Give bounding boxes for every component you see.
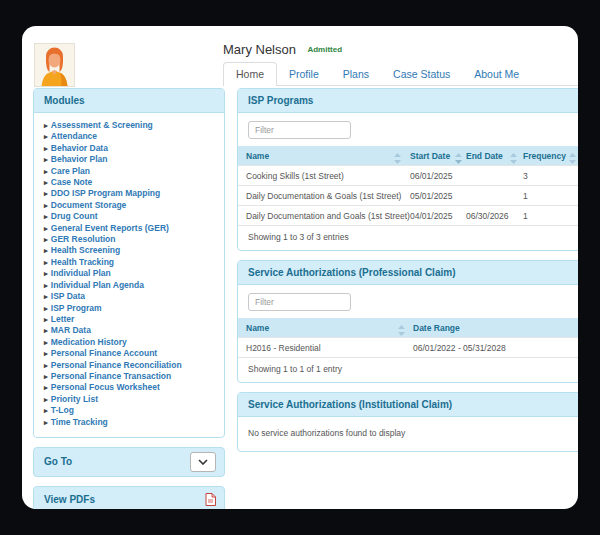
module-label[interactable]: Medication History [51, 337, 127, 347]
sidebar-module-link[interactable]: ▸Health Tracking [44, 257, 214, 268]
sidebar-module-link[interactable]: ▸Priority List [44, 394, 214, 405]
column-header-frequency[interactable]: Frequency [523, 151, 566, 161]
module-label[interactable]: Drug Count [51, 211, 98, 221]
module-label[interactable]: GER Resolution [51, 234, 116, 244]
sidebar-module-link[interactable]: ▸General Event Reports (GER) [44, 223, 214, 234]
module-label[interactable]: Personal Finance Reconciliation [51, 360, 182, 370]
service-auth-institutional-title: Service Authorizations (Institutional Cl… [238, 393, 578, 417]
isp-filter-input[interactable] [248, 121, 351, 139]
sidebar-module-link[interactable]: ▸Individual Plan Agenda [44, 280, 214, 291]
sidebar-module-link[interactable]: ▸Individual Plan [44, 268, 214, 279]
triangle-bullet-icon: ▸ [44, 144, 48, 153]
triangle-bullet-icon: ▸ [44, 132, 48, 141]
professional-table-summary: Showing 1 to 1 of 1 entry [238, 357, 578, 382]
tab-case-status[interactable]: Case Status [381, 63, 462, 85]
module-label[interactable]: Personal Finance Transaction [51, 371, 171, 381]
column-header-name[interactable]: Name [246, 151, 269, 161]
module-label[interactable]: Health Screening [51, 245, 120, 255]
sidebar-module-link[interactable]: ▸ISP Program [44, 303, 214, 314]
module-label[interactable]: MAR Data [51, 325, 91, 335]
professional-table-header: Name Date Range [238, 318, 578, 337]
professional-filter-input[interactable] [248, 293, 351, 311]
sidebar-module-link[interactable]: ▸Personal Finance Reconciliation [44, 360, 214, 371]
sidebar-module-link[interactable]: ▸MAR Data [44, 325, 214, 336]
module-label[interactable]: Time Tracking [51, 417, 108, 427]
module-label[interactable]: DDO ISP Program Mapping [51, 188, 160, 198]
module-label[interactable]: General Event Reports (GER) [51, 223, 169, 233]
cell-end-date: 06/30/2026 [466, 211, 509, 221]
module-label[interactable]: Document Storage [51, 200, 127, 210]
sidebar-module-link[interactable]: ▸Personal Focus Worksheet [44, 382, 214, 393]
sidebar-module-link[interactable]: ▸Medication History [44, 337, 214, 348]
view-pdfs-panel: View PDFs [33, 486, 225, 509]
isp-programs-title: ISP Programs [238, 89, 578, 113]
tab-plans[interactable]: Plans [331, 63, 381, 85]
cell-date-range: 06/01/2022 - 05/31/2028 [413, 343, 506, 353]
module-label[interactable]: Behavior Data [51, 143, 108, 153]
sidebar-module-link[interactable]: ▸Time Tracking [44, 417, 214, 428]
cell-name: Daily Documentation and Goals (1st Stree… [246, 211, 410, 221]
module-label[interactable]: Attendance [51, 131, 97, 141]
sidebar-module-link[interactable]: ▸GER Resolution [44, 234, 214, 245]
professional-table-body: H2016 - Residential 06/01/2022 - 05/31/2… [238, 337, 578, 357]
module-label[interactable]: Individual Plan [51, 268, 111, 278]
goto-dropdown-button[interactable] [190, 452, 216, 472]
table-row[interactable]: Daily Documentation & Goals (1st Street)… [238, 185, 578, 205]
triangle-bullet-icon: ▸ [44, 224, 48, 233]
sidebar-module-link[interactable]: ▸Attendance [44, 131, 214, 142]
tab-about-me[interactable]: About Me [462, 63, 531, 85]
table-row[interactable]: H2016 - Residential 06/01/2022 - 05/31/2… [238, 337, 578, 357]
sidebar-module-link[interactable]: ▸Behavior Data [44, 143, 214, 154]
tab-profile[interactable]: Profile [277, 63, 331, 85]
sidebar-module-link[interactable]: ▸Document Storage [44, 200, 214, 211]
column-header-end-date[interactable]: End Date [466, 151, 503, 161]
sidebar-module-link[interactable]: ▸ISP Data [44, 291, 214, 302]
sidebar-module-link[interactable]: ▸Personal Finance Transaction [44, 371, 214, 382]
sidebar-module-link[interactable]: ▸Drug Count [44, 211, 214, 222]
column-header-date-range[interactable]: Date Range [413, 323, 460, 333]
module-label[interactable]: Care Plan [51, 166, 90, 176]
sidebar-module-link[interactable]: ▸Letter [44, 314, 214, 325]
module-label[interactable]: Case Note [51, 177, 93, 187]
sidebar-module-link[interactable]: ▸Assessment & Screening [44, 120, 214, 131]
modules-panel-title: Modules [34, 89, 224, 113]
sidebar-module-link[interactable]: ▸Behavior Plan [44, 154, 214, 165]
sidebar-module-link[interactable]: ▸Care Plan [44, 166, 214, 177]
pdf-icon[interactable] [205, 493, 216, 506]
empty-message: No service authorizations found to displ… [238, 417, 578, 451]
triangle-bullet-icon: ▸ [44, 315, 48, 324]
module-label[interactable]: Letter [51, 314, 75, 324]
module-label[interactable]: Assessment & Screening [51, 120, 153, 130]
goto-panel: Go To [33, 447, 225, 477]
sidebar-module-link[interactable]: ▸DDO ISP Program Mapping [44, 188, 214, 199]
triangle-bullet-icon: ▸ [44, 155, 48, 164]
table-row[interactable]: Cooking Skills (1st Street) 06/01/2025 3 [238, 165, 578, 185]
column-header-start-date[interactable]: Start Date [410, 151, 450, 161]
column-header-name[interactable]: Name [246, 323, 269, 333]
triangle-bullet-icon: ▸ [44, 292, 48, 301]
modules-list: ▸Assessment & Screening ▸Attendance ▸Beh… [34, 113, 224, 437]
triangle-bullet-icon: ▸ [44, 395, 48, 404]
sidebar-module-link[interactable]: ▸Case Note [44, 177, 214, 188]
triangle-bullet-icon: ▸ [44, 246, 48, 255]
sidebar-module-link[interactable]: ▸Health Screening [44, 245, 214, 256]
service-auth-professional-title: Service Authorizations (Professional Cla… [238, 261, 578, 285]
module-label[interactable]: Individual Plan Agenda [51, 280, 144, 290]
module-label[interactable]: T-Log [51, 405, 74, 415]
sidebar-module-link[interactable]: ▸Personal Finance Account [44, 348, 214, 359]
table-row[interactable]: Daily Documentation and Goals (1st Stree… [238, 205, 578, 225]
sidebar: Modules ▸Assessment & Screening ▸Attenda… [33, 88, 225, 509]
tab-home[interactable]: Home [223, 62, 277, 86]
isp-table-summary: Showing 1 to 3 of 3 entries [238, 225, 578, 250]
module-label[interactable]: Behavior Plan [51, 154, 108, 164]
module-label[interactable]: ISP Program [51, 303, 102, 313]
module-label[interactable]: Health Tracking [51, 257, 114, 267]
triangle-bullet-icon: ▸ [44, 235, 48, 244]
module-label[interactable]: Personal Finance Account [51, 348, 157, 358]
triangle-bullet-icon: ▸ [44, 167, 48, 176]
module-label[interactable]: Priority List [51, 394, 98, 404]
sidebar-module-link[interactable]: ▸T-Log [44, 405, 214, 416]
module-label[interactable]: Personal Focus Worksheet [51, 382, 160, 392]
main-content: ISP Programs Name Start Date End Date Fr… [237, 88, 578, 461]
module-label[interactable]: ISP Data [51, 291, 85, 301]
